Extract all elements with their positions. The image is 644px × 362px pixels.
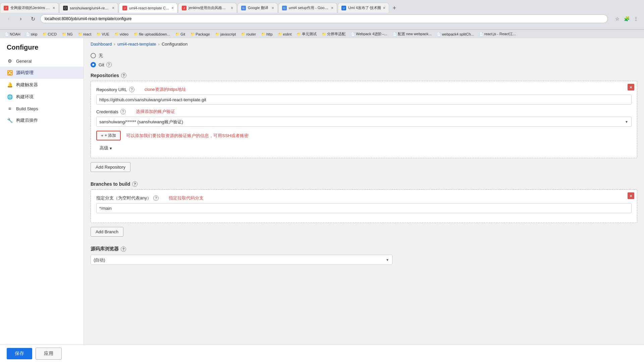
add-credentials-button[interactable]: + + 添加 [96,131,121,140]
address-input[interactable] [40,14,608,23]
add-repository-button[interactable]: Add Repository [91,162,130,172]
tab2-label: sanshuiwang/umi4-react-tem... [70,6,110,10]
new-tab-button[interactable]: + [390,3,399,13]
branch-specifier-label: 指定分支（为空时代表any） [96,195,151,201]
sidebar-title: Configure [0,38,84,55]
branch-specifier-row: 指定分支（为空时代表any） ? 指定拉取代码分支 [96,195,632,213]
branches-help-icon[interactable]: ? [132,181,138,187]
credentials-label-row: Credentials ? 选择添加的账户验证 [96,109,632,115]
tab4-close[interactable]: × [231,6,233,10]
tab1-favicon: J [4,6,8,10]
bookmark-webpack4[interactable]: 📄Webpack 4进阶--... [349,31,389,37]
bookmark-responsive[interactable]: 📁分辨率适配 [320,31,347,37]
main-content: Dashboard › umi4-react-template › Config… [84,38,644,362]
browser-tab-5[interactable]: G Google 翻译 × [237,3,278,13]
repositories-label: Repositories [91,73,119,78]
tab7-label: Umi 4发布了·技术圈 [348,5,381,10]
sidebar-item-build[interactable]: ≡ Build Steps [0,103,84,114]
add-repository-label: Add Repository [96,165,125,170]
sidebar-item-post[interactable]: 🔧 构建后操作 [0,114,84,126]
bookmark-icon[interactable]: ☆ [613,15,621,23]
general-icon: ⚙ [7,58,13,64]
tab4-favicon: J [182,6,186,10]
branch-specifier-help-icon[interactable]: ? [153,195,159,201]
branch-specifier-annotation: 指定拉取代码分支 [169,195,204,201]
advanced-chevron-icon: ▾ [110,146,112,151]
save-bar: 保存 应用 [0,345,644,362]
branch-specifier-input[interactable] [96,203,632,213]
sidebar-item-triggers[interactable]: 🔔 构建触发器 [0,79,84,91]
tab2-close[interactable]: × [112,6,114,10]
bookmark-webpack4split[interactable]: 📄webpack4 splitCh... [435,32,476,37]
browser-tab-2[interactable]: ⬡ sanshuiwang/umi4-react-tem... × [59,3,118,13]
sidebar-item-env[interactable]: 🌐 构建环境 [0,91,84,103]
browser-tab-4[interactable]: J jenkins使用自由风格集成react... × [178,3,237,13]
apply-button[interactable]: 应用 [36,348,62,360]
bookmark-fileupload[interactable]: 📁file upload&down... [132,32,172,37]
breadcrumb-job[interactable]: umi4-react-template [117,42,156,47]
env-icon: 🌐 [7,94,13,100]
bookmark-react[interactable]: 📁react [76,32,93,37]
credentials-help-icon[interactable]: ? [120,109,126,114]
bookmark-cicd[interactable]: 📁CICD [41,32,59,37]
repositories-help-icon[interactable]: ? [121,73,126,78]
sidebar-item-general-label: General [16,59,32,64]
settings-icon[interactable]: ⋮ [632,15,640,23]
bookmark-reactjs[interactable]: 📄react.js - React江... [477,31,518,37]
bookmark-ng[interactable]: 📁NG [60,32,75,37]
tab5-close[interactable]: × [272,6,274,10]
scm-none-option[interactable]: 无 [91,53,637,59]
tab1-label: 全网最详细的Jenkins 持续集成&... [10,5,51,10]
branch-close-button[interactable]: × [628,192,634,199]
bookmark-video[interactable]: 📁video [113,32,130,37]
repository-box: × Repository URL ? clone资源的https地址 Crede… [91,81,637,158]
add-branch-label: Add Branch [96,229,118,234]
repositories-section-header: Repositories ? [91,73,637,78]
reload-button[interactable]: ↻ [28,14,38,23]
scm-none-radio[interactable] [91,53,96,58]
forward-button[interactable]: › [16,14,25,23]
sidebar-item-general[interactable]: ⚙ General [0,55,84,67]
browser-tab-6[interactable]: G umi4 setup作用 - Google 搜索 × [278,3,337,13]
bookmark-newwebpack[interactable]: 📄配置 new webpack... [391,31,434,37]
back-button[interactable]: ‹ [4,14,13,23]
bookmark-unittest[interactable]: 📁单元测试 [295,31,319,37]
bookmark-http[interactable]: 📁http [259,32,274,37]
extension-icon[interactable]: 🧩 [623,15,631,23]
browser-tab-3[interactable]: J umi4-react-template Config [J... × [119,3,177,13]
tab1-close[interactable]: × [53,6,55,10]
bookmark-vue[interactable]: 📁VUE [95,32,111,37]
breadcrumb-dashboard[interactable]: Dashboard [91,42,112,47]
bookmark-skip[interactable]: 📄skip [24,32,40,37]
apply-label: 应用 [44,351,53,356]
repo-url-help-icon[interactable]: ? [129,87,135,92]
browser-tab-1[interactable]: J 全网最详细的Jenkins 持续集成&... × [0,3,59,13]
browser-tabs: J 全网最详细的Jenkins 持续集成&... × ⬡ sanshuiwang… [0,0,644,13]
credentials-select[interactable]: sanshuiwang/****** (sanshuiwang账户验证) [96,117,632,127]
scm-git-option[interactable]: Git ? [91,62,637,67]
tab2-favicon: ⬡ [63,6,68,10]
browser-tab-7[interactable]: U Umi 4发布了·技术圈 × [338,3,389,13]
source-browser-help-icon[interactable]: ? [121,246,126,252]
tab7-close[interactable]: × [383,6,385,10]
tab3-close[interactable]: × [171,6,174,10]
bookmark-eslint[interactable]: 📁eslint [276,32,294,37]
bookmark-git[interactable]: 📁Git [173,32,187,37]
add-branch-button[interactable]: Add Branch [91,227,123,237]
bookmark-router[interactable]: 📁router [239,32,258,37]
repository-close-button[interactable]: × [628,84,634,90]
scm-git-radio[interactable] [91,62,96,67]
breadcrumb-sep1: › [114,42,115,47]
sidebar-item-scm[interactable]: 🔀 源码管理 [0,67,84,79]
sidebar-item-env-label: 构建环境 [16,94,34,100]
scm-none-label: 无 [99,53,103,59]
tab6-close[interactable]: × [331,6,333,10]
bookmark-noah[interactable]: 📄NOAH [3,32,22,37]
source-browser-select[interactable]: (自动) [91,255,392,265]
git-help-icon[interactable]: ? [106,62,112,67]
bookmark-package[interactable]: 📁Package [189,32,212,37]
save-button[interactable]: 保存 [7,348,32,359]
bookmark-javascript[interactable]: 📁javascript [213,32,238,37]
advanced-button[interactable]: 高级 ▾ [96,144,115,153]
repo-url-input[interactable] [96,95,632,105]
